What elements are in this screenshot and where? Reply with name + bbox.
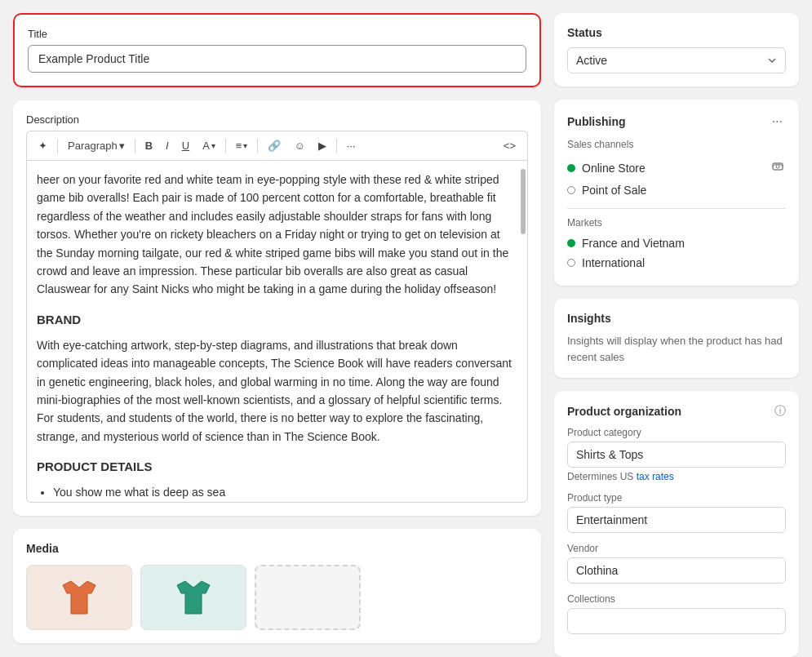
category-label: Product category <box>567 427 786 438</box>
market-item-france: France and Vietnam <box>567 233 786 253</box>
international-dot <box>567 259 575 267</box>
type-field-group: Product type <box>567 492 786 533</box>
svg-point-3 <box>776 165 779 168</box>
vendor-label: Vendor <box>567 543 786 554</box>
category-input[interactable] <box>567 442 786 468</box>
magic-btn[interactable]: ✦ <box>33 136 52 155</box>
insights-title: Insights <box>567 312 786 325</box>
online-store-label: Online Store <box>582 162 646 175</box>
pos-label: Point of Sale <box>582 184 646 197</box>
editor-paragraph-1: heer on your favorite red and white team… <box>37 171 517 299</box>
toolbar-sep-5 <box>336 139 337 153</box>
prod-org-title: Product organization <box>567 405 681 418</box>
market-item-international: International <box>567 253 786 273</box>
online-store-dot <box>567 164 575 172</box>
markets-label: Markets <box>567 217 786 229</box>
media-card: Media <box>13 529 541 643</box>
editor-bullets: You show me what is deep as sea Crew nec… <box>37 483 517 503</box>
toolbar-sep-4 <box>257 139 258 153</box>
description-label: Description <box>26 113 528 126</box>
svg-marker-0 <box>63 581 95 614</box>
more-btn[interactable]: ··· <box>342 136 361 155</box>
insights-card: Insights Insights will display when the … <box>554 299 799 378</box>
link-btn[interactable]: 🔗 <box>263 136 286 155</box>
france-label: France and Vietnam <box>582 237 685 250</box>
align-btn[interactable]: ≡ ▾ <box>231 136 253 155</box>
svg-marker-1 <box>177 581 210 614</box>
online-store-eye-icon <box>771 160 784 173</box>
international-label: International <box>582 256 645 269</box>
insights-description: Insights will display when the product h… <box>567 333 786 365</box>
paragraph-btn[interactable]: Paragraph ▾ <box>63 136 130 155</box>
category-field-group: Product category Determines US tax rates <box>567 427 786 482</box>
tax-rates-link[interactable]: tax rates <box>637 471 674 482</box>
play-btn[interactable]: ▶ <box>313 136 331 155</box>
italic-btn[interactable]: I <box>161 136 174 155</box>
france-dot <box>567 239 575 247</box>
status-card: Status Active Draft Archived <box>554 13 799 87</box>
media-thumbs <box>26 565 528 630</box>
channel-item-online-store: Online Store <box>567 155 786 180</box>
toolbar-sep-1 <box>57 139 58 153</box>
publishing-ellipsis-btn[interactable]: ··· <box>769 113 786 131</box>
toolbar-sep-3 <box>225 139 226 153</box>
title-card: Title Example Product Title <box>13 13 541 87</box>
collections-field-group: Collections <box>567 593 786 634</box>
media-thumb-placeholder[interactable] <box>255 565 361 630</box>
editor-toolbar: ✦ Paragraph ▾ B I U A ▾ ≡ ▾ <box>26 131 528 160</box>
code-btn[interactable]: <> <box>499 136 521 155</box>
emoji-btn[interactable]: ☺ <box>289 136 309 155</box>
media-thumb-1[interactable] <box>26 565 132 630</box>
shirt-icon-1 <box>55 573 104 622</box>
pos-dot <box>567 186 575 194</box>
online-store-icon-btn[interactable] <box>770 158 786 177</box>
sales-channels-label: Sales channels <box>567 139 786 150</box>
channel-item-pos: Point of Sale <box>567 180 786 200</box>
prod-org-header: Product organization ⓘ <box>567 404 786 419</box>
vendor-input[interactable] <box>567 557 786 584</box>
publishing-header: Publishing ··· <box>567 113 786 131</box>
type-label: Product type <box>567 492 786 504</box>
description-card: Description ✦ Paragraph ▾ B I U A ▾ <box>13 100 541 516</box>
bold-btn[interactable]: B <box>140 136 158 155</box>
collections-input[interactable] <box>567 608 786 634</box>
publishing-title: Publishing <box>567 115 626 128</box>
type-input[interactable] <box>567 507 786 533</box>
status-title: Status <box>567 26 786 39</box>
toolbar-sep-2 <box>135 139 135 153</box>
status-select[interactable]: Active Draft Archived <box>567 47 786 73</box>
editor-brand-heading: BRAND <box>37 310 517 330</box>
title-input[interactable]: Example Product Title <box>28 45 526 73</box>
editor-body[interactable]: heer on your favorite red and white team… <box>26 160 528 503</box>
divider-1 <box>567 208 786 209</box>
editor-details-heading: PRODUCT DETAILS <box>37 457 517 477</box>
publishing-card: Publishing ··· Sales channels Online Sto… <box>554 100 799 286</box>
font-color-btn[interactable]: A ▾ <box>197 136 220 155</box>
bullet-1: You show me what is deep as sea <box>53 483 517 501</box>
media-thumb-2[interactable] <box>140 565 246 630</box>
underline-btn[interactable]: U <box>177 136 194 155</box>
title-label: Title <box>28 28 526 40</box>
prod-org-info-icon: ⓘ <box>774 404 786 419</box>
tax-link: Determines US tax rates <box>567 471 786 482</box>
editor-brand-text: With eye-catching artwork, step-by-step … <box>37 336 517 446</box>
editor-scrollbar[interactable] <box>521 169 526 234</box>
product-org-card: Product organization ⓘ Product category … <box>554 391 799 657</box>
shirt-icon-2 <box>169 573 218 622</box>
collections-label: Collections <box>567 593 786 605</box>
media-title: Media <box>26 542 528 555</box>
vendor-field-group: Vendor <box>567 543 786 584</box>
